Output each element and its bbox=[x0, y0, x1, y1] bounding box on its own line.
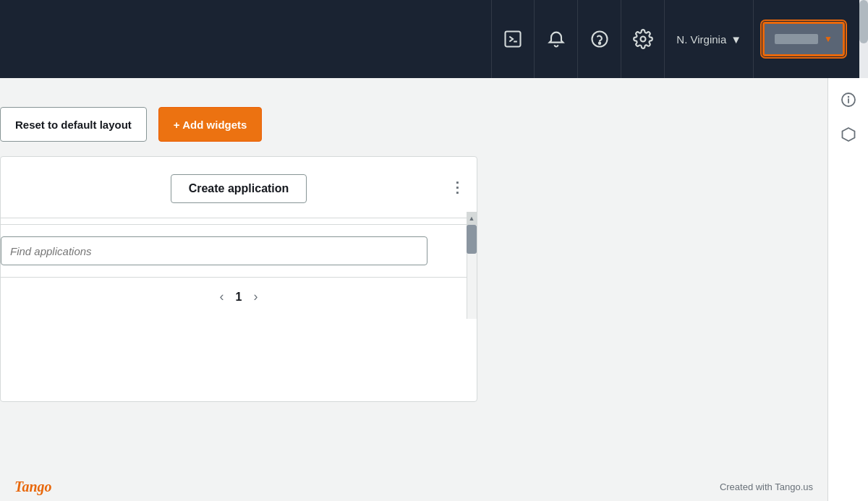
user-btn-wrapper: ▼ bbox=[754, 0, 854, 78]
hexagon-icon-btn[interactable] bbox=[833, 119, 864, 150]
user-account-button[interactable]: ▼ bbox=[762, 22, 845, 56]
pagination-controls: ‹ 1 › bbox=[1, 278, 477, 319]
search-row bbox=[1, 225, 477, 277]
help-icon bbox=[590, 29, 610, 49]
user-caret-icon: ▼ bbox=[824, 34, 833, 44]
pagination-next-button[interactable]: › bbox=[253, 289, 258, 304]
terminal-icon bbox=[503, 29, 523, 49]
nav-icons-group: N. Virginia ▼ ▼ bbox=[491, 0, 854, 78]
right-sidebar bbox=[827, 78, 868, 501]
terminal-icon-btn[interactable] bbox=[491, 0, 535, 78]
settings-icon-btn[interactable] bbox=[621, 0, 665, 78]
create-application-button[interactable]: Create application bbox=[171, 174, 307, 203]
scroll-track[interactable] bbox=[467, 225, 477, 319]
svg-point-3 bbox=[599, 43, 600, 44]
add-widgets-button[interactable]: + Add widgets bbox=[158, 107, 263, 142]
scroll-thumb[interactable] bbox=[467, 225, 477, 254]
find-applications-input[interactable] bbox=[1, 236, 427, 265]
widget-header: Create application ⋮ bbox=[1, 157, 477, 218]
applications-widget: Create application ⋮ ▲ ‹ bbox=[0, 156, 477, 402]
footer-created-text: Created with Tango.us bbox=[720, 481, 813, 492]
reset-layout-button[interactable]: Reset to default layout bbox=[0, 107, 147, 142]
svg-point-4 bbox=[640, 37, 645, 42]
bell-icon-btn[interactable] bbox=[535, 0, 578, 78]
footer: Tango Created with Tango.us bbox=[0, 472, 827, 501]
main-content-area: Reset to default layout + Add widgets Cr… bbox=[0, 78, 827, 501]
top-nav-bar: N. Virginia ▼ ▼ bbox=[0, 0, 868, 78]
region-selector[interactable]: N. Virginia ▼ bbox=[665, 0, 754, 78]
widget-menu-button[interactable]: ⋮ bbox=[450, 179, 465, 196]
svg-marker-8 bbox=[842, 128, 854, 141]
gear-icon bbox=[633, 29, 653, 49]
hexagon-icon bbox=[840, 126, 857, 143]
tango-logo: Tango bbox=[14, 479, 52, 495]
pagination-prev-button[interactable]: ‹ bbox=[220, 289, 224, 304]
bell-icon bbox=[546, 29, 566, 49]
scroll-up-arrow[interactable]: ▲ bbox=[467, 212, 477, 225]
page-scrollbar-thumb[interactable] bbox=[859, 0, 868, 43]
applications-list-area: ▲ ‹ 1 › bbox=[1, 224, 477, 319]
region-label: N. Virginia bbox=[676, 33, 726, 46]
help-icon-btn[interactable] bbox=[578, 0, 621, 78]
info-icon-btn[interactable] bbox=[833, 84, 864, 116]
user-account-label bbox=[775, 34, 818, 44]
info-icon bbox=[840, 91, 857, 108]
toolbar: Reset to default layout + Add widgets bbox=[0, 93, 813, 156]
widget-area: Create application ⋮ ▲ ‹ bbox=[0, 156, 813, 416]
widget-divider bbox=[1, 218, 477, 218]
current-page-number: 1 bbox=[236, 291, 242, 304]
region-caret: ▼ bbox=[731, 33, 741, 46]
